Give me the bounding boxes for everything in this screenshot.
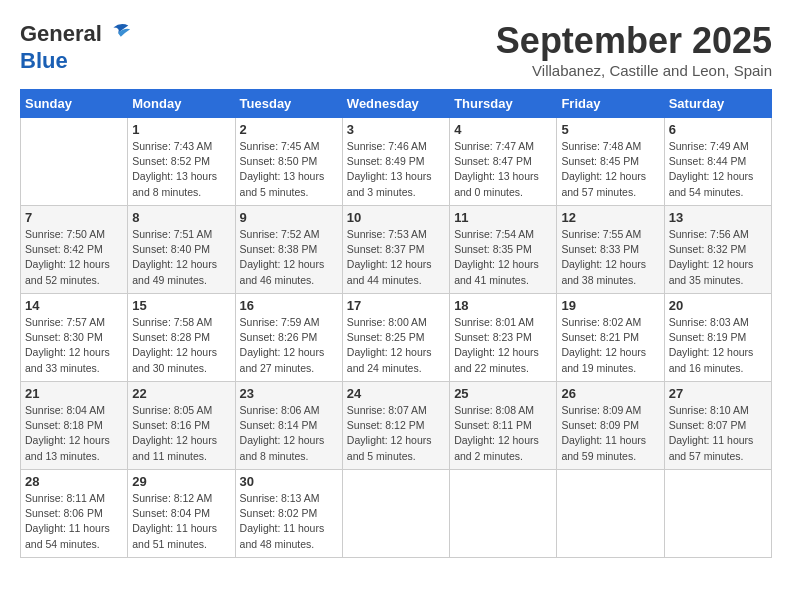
calendar-day-22: 22Sunrise: 8:05 AMSunset: 8:16 PMDayligh… [128,382,235,470]
calendar-day-24: 24Sunrise: 8:07 AMSunset: 8:12 PMDayligh… [342,382,449,470]
day-info: Sunrise: 7:50 AMSunset: 8:42 PMDaylight:… [25,227,123,288]
day-info: Sunrise: 7:52 AMSunset: 8:38 PMDaylight:… [240,227,338,288]
day-info: Sunrise: 8:01 AMSunset: 8:23 PMDaylight:… [454,315,552,376]
day-info: Sunrise: 7:51 AMSunset: 8:40 PMDaylight:… [132,227,230,288]
calendar-day-3: 3Sunrise: 7:46 AMSunset: 8:49 PMDaylight… [342,118,449,206]
calendar-day-11: 11Sunrise: 7:54 AMSunset: 8:35 PMDayligh… [450,206,557,294]
day-info: Sunrise: 7:53 AMSunset: 8:37 PMDaylight:… [347,227,445,288]
calendar-day-29: 29Sunrise: 8:12 AMSunset: 8:04 PMDayligh… [128,470,235,558]
day-info: Sunrise: 8:04 AMSunset: 8:18 PMDaylight:… [25,403,123,464]
month-title: September 2025 [496,20,772,62]
day-info: Sunrise: 8:08 AMSunset: 8:11 PMDaylight:… [454,403,552,464]
day-info: Sunrise: 8:09 AMSunset: 8:09 PMDaylight:… [561,403,659,464]
weekday-header-sunday: Sunday [21,90,128,118]
calendar-day-14: 14Sunrise: 7:57 AMSunset: 8:30 PMDayligh… [21,294,128,382]
day-number: 12 [561,210,659,225]
day-number: 28 [25,474,123,489]
weekday-header-friday: Friday [557,90,664,118]
calendar-day-30: 30Sunrise: 8:13 AMSunset: 8:02 PMDayligh… [235,470,342,558]
day-info: Sunrise: 8:05 AMSunset: 8:16 PMDaylight:… [132,403,230,464]
day-info: Sunrise: 7:54 AMSunset: 8:35 PMDaylight:… [454,227,552,288]
calendar-day-26: 26Sunrise: 8:09 AMSunset: 8:09 PMDayligh… [557,382,664,470]
calendar-day-17: 17Sunrise: 8:00 AMSunset: 8:25 PMDayligh… [342,294,449,382]
day-info: Sunrise: 8:02 AMSunset: 8:21 PMDaylight:… [561,315,659,376]
day-info: Sunrise: 7:43 AMSunset: 8:52 PMDaylight:… [132,139,230,200]
day-info: Sunrise: 8:03 AMSunset: 8:19 PMDaylight:… [669,315,767,376]
day-number: 9 [240,210,338,225]
day-number: 25 [454,386,552,401]
day-info: Sunrise: 7:59 AMSunset: 8:26 PMDaylight:… [240,315,338,376]
day-info: Sunrise: 8:13 AMSunset: 8:02 PMDaylight:… [240,491,338,552]
day-number: 10 [347,210,445,225]
day-info: Sunrise: 7:58 AMSunset: 8:28 PMDaylight:… [132,315,230,376]
logo-general-text: General [20,21,102,47]
calendar-day-23: 23Sunrise: 8:06 AMSunset: 8:14 PMDayligh… [235,382,342,470]
day-number: 23 [240,386,338,401]
calendar-day-15: 15Sunrise: 7:58 AMSunset: 8:28 PMDayligh… [128,294,235,382]
day-number: 16 [240,298,338,313]
calendar-day-8: 8Sunrise: 7:51 AMSunset: 8:40 PMDaylight… [128,206,235,294]
calendar-day-5: 5Sunrise: 7:48 AMSunset: 8:45 PMDaylight… [557,118,664,206]
day-number: 15 [132,298,230,313]
location: Villabanez, Castille and Leon, Spain [496,62,772,79]
calendar-day-2: 2Sunrise: 7:45 AMSunset: 8:50 PMDaylight… [235,118,342,206]
day-info: Sunrise: 7:56 AMSunset: 8:32 PMDaylight:… [669,227,767,288]
day-number: 8 [132,210,230,225]
calendar-day-6: 6Sunrise: 7:49 AMSunset: 8:44 PMDaylight… [664,118,771,206]
weekday-header-thursday: Thursday [450,90,557,118]
day-info: Sunrise: 7:49 AMSunset: 8:44 PMDaylight:… [669,139,767,200]
day-number: 19 [561,298,659,313]
day-info: Sunrise: 7:45 AMSunset: 8:50 PMDaylight:… [240,139,338,200]
day-number: 13 [669,210,767,225]
day-number: 7 [25,210,123,225]
title-block: September 2025 Villabanez, Castille and … [496,20,772,79]
logo-bird-icon [104,20,132,48]
calendar-week-5: 28Sunrise: 8:11 AMSunset: 8:06 PMDayligh… [21,470,772,558]
day-info: Sunrise: 8:11 AMSunset: 8:06 PMDaylight:… [25,491,123,552]
day-number: 30 [240,474,338,489]
day-info: Sunrise: 7:47 AMSunset: 8:47 PMDaylight:… [454,139,552,200]
day-info: Sunrise: 8:10 AMSunset: 8:07 PMDaylight:… [669,403,767,464]
day-number: 20 [669,298,767,313]
day-number: 21 [25,386,123,401]
day-number: 18 [454,298,552,313]
page-header: General Blue September 2025 Villabanez, … [20,20,772,79]
calendar-day-13: 13Sunrise: 7:56 AMSunset: 8:32 PMDayligh… [664,206,771,294]
day-info: Sunrise: 7:48 AMSunset: 8:45 PMDaylight:… [561,139,659,200]
calendar-day-18: 18Sunrise: 8:01 AMSunset: 8:23 PMDayligh… [450,294,557,382]
weekday-header-tuesday: Tuesday [235,90,342,118]
day-number: 17 [347,298,445,313]
day-number: 26 [561,386,659,401]
day-info: Sunrise: 7:46 AMSunset: 8:49 PMDaylight:… [347,139,445,200]
day-number: 6 [669,122,767,137]
day-number: 1 [132,122,230,137]
day-number: 24 [347,386,445,401]
calendar-week-3: 14Sunrise: 7:57 AMSunset: 8:30 PMDayligh… [21,294,772,382]
calendar-day-19: 19Sunrise: 8:02 AMSunset: 8:21 PMDayligh… [557,294,664,382]
weekday-header-row: SundayMondayTuesdayWednesdayThursdayFrid… [21,90,772,118]
calendar-day-21: 21Sunrise: 8:04 AMSunset: 8:18 PMDayligh… [21,382,128,470]
empty-day [342,470,449,558]
calendar-day-25: 25Sunrise: 8:08 AMSunset: 8:11 PMDayligh… [450,382,557,470]
calendar-day-12: 12Sunrise: 7:55 AMSunset: 8:33 PMDayligh… [557,206,664,294]
day-number: 2 [240,122,338,137]
logo-blue-text: Blue [20,48,132,74]
day-number: 27 [669,386,767,401]
empty-day [21,118,128,206]
calendar-day-16: 16Sunrise: 7:59 AMSunset: 8:26 PMDayligh… [235,294,342,382]
day-info: Sunrise: 8:07 AMSunset: 8:12 PMDaylight:… [347,403,445,464]
calendar-week-1: 1Sunrise: 7:43 AMSunset: 8:52 PMDaylight… [21,118,772,206]
day-info: Sunrise: 7:57 AMSunset: 8:30 PMDaylight:… [25,315,123,376]
day-number: 29 [132,474,230,489]
day-info: Sunrise: 8:12 AMSunset: 8:04 PMDaylight:… [132,491,230,552]
day-info: Sunrise: 8:00 AMSunset: 8:25 PMDaylight:… [347,315,445,376]
weekday-header-saturday: Saturday [664,90,771,118]
calendar-day-4: 4Sunrise: 7:47 AMSunset: 8:47 PMDaylight… [450,118,557,206]
day-info: Sunrise: 8:06 AMSunset: 8:14 PMDaylight:… [240,403,338,464]
calendar-day-7: 7Sunrise: 7:50 AMSunset: 8:42 PMDaylight… [21,206,128,294]
day-number: 4 [454,122,552,137]
logo: General Blue [20,20,132,74]
empty-day [664,470,771,558]
calendar-day-1: 1Sunrise: 7:43 AMSunset: 8:52 PMDaylight… [128,118,235,206]
calendar-day-10: 10Sunrise: 7:53 AMSunset: 8:37 PMDayligh… [342,206,449,294]
